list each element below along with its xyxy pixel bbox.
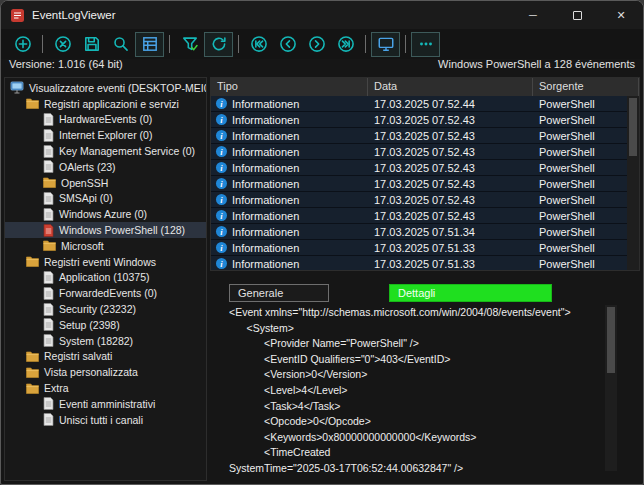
tree-item-security-23232[interactable]: Security (23232) bbox=[5, 301, 206, 317]
table-row[interactable]: iInformationen17.03.2025 07.51.33PowerSh… bbox=[211, 256, 627, 271]
tree-item-registri-eventi-windows[interactable]: Registri eventi Windows bbox=[5, 254, 206, 270]
event-source: PowerShell bbox=[533, 162, 627, 174]
computer-icon bbox=[10, 81, 24, 94]
xml-line: <Task>4</Task> bbox=[229, 399, 603, 415]
display-button[interactable] bbox=[371, 32, 400, 57]
event-source: PowerShell bbox=[533, 242, 627, 254]
tree-item-smsapi-0[interactable]: SMSApi (0) bbox=[5, 191, 206, 207]
event-date: 17.03.2025 07.52.44 bbox=[368, 98, 533, 110]
nav-prev-button[interactable] bbox=[273, 32, 302, 57]
folder-icon bbox=[26, 256, 39, 267]
log-file-icon bbox=[43, 113, 54, 126]
event-source: PowerShell bbox=[533, 98, 627, 110]
save-button[interactable] bbox=[77, 32, 106, 57]
tree-item-unisci-tutti-i-canali[interactable]: Unisci tutti i canali bbox=[5, 412, 206, 428]
nav-last-button[interactable] bbox=[331, 32, 360, 57]
table-row[interactable]: iInformationen17.03.2025 07.52.43PowerSh… bbox=[211, 208, 627, 224]
minimize-button[interactable]: ─ bbox=[511, 1, 555, 29]
tree-item-label: Extra bbox=[44, 382, 69, 394]
tree-item-hardwareevents-0[interactable]: HardwareEvents (0) bbox=[5, 112, 206, 128]
column-header-tipo[interactable]: Tipo bbox=[211, 78, 368, 96]
tree-item-key-management-service-0[interactable]: Key Management Service (0) bbox=[5, 143, 206, 159]
tree-item-registri-applicazioni-e-servizi[interactable]: Registri applicazioni e servizi bbox=[5, 96, 206, 112]
xml-line: <TimeCreated bbox=[229, 445, 603, 461]
tree-item-vista-personalizzata[interactable]: Vista personalizzata bbox=[5, 364, 206, 380]
add-button[interactable] bbox=[8, 32, 37, 57]
table-row[interactable]: iInformationen17.03.2025 07.52.43PowerSh… bbox=[211, 128, 627, 144]
filter-button[interactable] bbox=[175, 32, 204, 57]
close-button[interactable]: ✕ bbox=[599, 1, 643, 29]
maximize-button[interactable] bbox=[555, 1, 599, 29]
column-header-data[interactable]: Data bbox=[368, 78, 533, 96]
view-button[interactable] bbox=[135, 32, 164, 57]
log-file-icon bbox=[43, 208, 54, 221]
xml-details-view[interactable]: <Event xmlns="http://schemas.microsoft.c… bbox=[229, 305, 603, 481]
table-row[interactable]: iInformationen17.03.2025 07.52.44PowerSh… bbox=[211, 96, 627, 112]
table-row[interactable]: iInformationen17.03.2025 07.51.33PowerSh… bbox=[211, 240, 627, 256]
table-row[interactable]: iInformationen17.03.2025 07.52.43PowerSh… bbox=[211, 144, 627, 160]
folder-icon bbox=[43, 240, 56, 251]
tree-item-internet-explorer-0[interactable]: Internet Explorer (0) bbox=[5, 127, 206, 143]
details-scrollbar[interactable] bbox=[605, 305, 617, 471]
toolbar bbox=[1, 29, 643, 59]
event-log-viewer-window: EventLogViewer ─ ✕ Versione: 1.016 (64 b… bbox=[0, 0, 644, 485]
tree-item-label: Eventi amministrativi bbox=[59, 398, 155, 410]
tree-item-label: Visualizzatore eventi (DESKTOP-MEI0FML) bbox=[29, 82, 206, 94]
table-row[interactable]: iInformationen17.03.2025 07.52.43PowerSh… bbox=[211, 160, 627, 176]
tab-details[interactable]: Dettagli bbox=[389, 284, 552, 302]
table-row[interactable]: iInformationen17.03.2025 07.51.34PowerSh… bbox=[211, 224, 627, 240]
tree-item-forwardedevents-0[interactable]: ForwardedEvents (0) bbox=[5, 285, 206, 301]
toolbar-separator bbox=[405, 35, 406, 53]
tree-item-label: Registri applicazioni e servizi bbox=[44, 98, 179, 110]
tree-item-label: Registri salvati bbox=[44, 350, 112, 362]
tree-item-label: Security (23232) bbox=[59, 303, 136, 315]
previous-page-icon bbox=[279, 35, 297, 53]
refresh-button[interactable] bbox=[204, 32, 233, 57]
table-row[interactable]: iInformationen17.03.2025 07.52.43PowerSh… bbox=[211, 176, 627, 192]
titlebar: EventLogViewer ─ ✕ bbox=[1, 1, 643, 29]
nav-next-button[interactable] bbox=[302, 32, 331, 57]
tree-item-windows-azure-0[interactable]: Windows Azure (0) bbox=[5, 206, 206, 222]
detail-tabs: Generale Dettagli bbox=[229, 284, 552, 302]
tree-item-oalerts-23[interactable]: OAlerts (23) bbox=[5, 159, 206, 175]
table-row[interactable]: iInformationen17.03.2025 07.52.43PowerSh… bbox=[211, 192, 627, 208]
tree-item-application-10375[interactable]: Application (10375) bbox=[5, 270, 206, 286]
tree-item-openssh[interactable]: OpenSSH bbox=[5, 175, 206, 191]
column-header-sorgente[interactable]: Sorgente bbox=[533, 78, 639, 96]
tree-item-system-18282[interactable]: System (18282) bbox=[5, 333, 206, 349]
tab-general[interactable]: Generale bbox=[229, 284, 329, 302]
log-file-icon bbox=[43, 413, 54, 426]
tree-item-visualizzatore-eventi-desktop-mei0fml[interactable]: Visualizzatore eventi (DESKTOP-MEI0FML) bbox=[5, 80, 206, 96]
info-icon: i bbox=[216, 178, 227, 189]
table-row[interactable]: iInformationen17.03.2025 07.52.43PowerSh… bbox=[211, 112, 627, 128]
event-date: 17.03.2025 07.51.33 bbox=[368, 258, 533, 270]
search-button[interactable] bbox=[106, 32, 135, 57]
event-source: PowerShell bbox=[533, 226, 627, 238]
tree-item-setup-2398[interactable]: Setup (2398) bbox=[5, 317, 206, 333]
tree-item-extra[interactable]: Extra bbox=[5, 380, 206, 396]
info-icon: i bbox=[216, 98, 227, 109]
circle-plus-icon bbox=[14, 35, 32, 53]
tree-item-windows-powershell-128[interactable]: Windows PowerShell (128) bbox=[5, 222, 206, 238]
delete-button[interactable] bbox=[48, 32, 77, 57]
save-icon bbox=[83, 35, 101, 53]
tree-item-label: Unisci tutti i canali bbox=[59, 414, 143, 426]
details-scrollbar-thumb[interactable] bbox=[607, 307, 615, 373]
next-page-icon bbox=[308, 35, 326, 53]
event-type: Informationen bbox=[232, 178, 299, 190]
folder-icon bbox=[26, 98, 39, 109]
last-page-icon bbox=[337, 35, 355, 53]
table-body: iInformationen17.03.2025 07.52.44PowerSh… bbox=[211, 96, 627, 270]
table-scrollbar-thumb[interactable] bbox=[629, 98, 637, 156]
tree-item-registri-salvati[interactable]: Registri salvati bbox=[5, 349, 206, 365]
nav-first-button[interactable] bbox=[244, 32, 273, 57]
tree-item-microsoft[interactable]: Microsoft bbox=[5, 238, 206, 254]
xml-line: <Opcode>0</Opcode> bbox=[229, 414, 603, 430]
log-file-red-icon bbox=[43, 224, 54, 237]
table-scrollbar[interactable] bbox=[627, 96, 639, 270]
more-button[interactable] bbox=[411, 32, 440, 57]
event-source: PowerShell bbox=[533, 114, 627, 126]
info-icon: i bbox=[216, 194, 227, 205]
tree-item-eventi-amministrativi[interactable]: Eventi amministrativi bbox=[5, 396, 206, 412]
tree-item-label: Vista personalizzata bbox=[44, 366, 138, 378]
